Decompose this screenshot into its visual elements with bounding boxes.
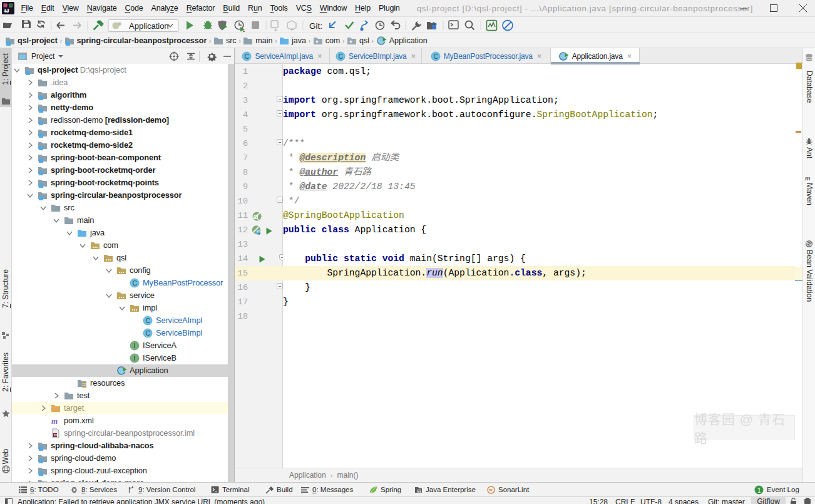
svg-text:C: C	[245, 53, 250, 60]
svg-text:1: 1	[757, 486, 761, 493]
svg-text:m: m	[51, 416, 58, 426]
svg-text:C: C	[146, 317, 151, 324]
svg-text:I: I	[133, 354, 135, 362]
svg-text:IM: IM	[54, 433, 58, 437]
svg-text:C: C	[146, 329, 151, 337]
svg-text:IJ: IJ	[4, 8, 9, 14]
svg-text:I: I	[133, 342, 135, 349]
svg-text:m: m	[805, 174, 811, 182]
svg-text:C: C	[133, 279, 138, 287]
svg-text:C: C	[433, 53, 438, 60]
svg-text:Application: Application	[129, 21, 169, 31]
svg-text:C: C	[338, 53, 343, 60]
svg-text:Git:: Git:	[309, 21, 322, 31]
